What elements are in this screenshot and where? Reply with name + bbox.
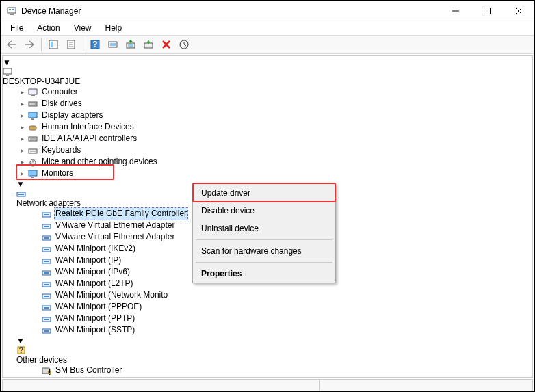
menu-action[interactable]: Action [31, 22, 65, 34]
properties-button[interactable] [63, 36, 79, 53]
content-pane: ▼ DESKTOP-U34FJUE ▸Computer ▸Disk drives… [2, 55, 533, 378]
minimize-button[interactable] [440, 1, 471, 21]
hid-icon [27, 122, 38, 133]
disable-device-button[interactable] [140, 36, 157, 53]
network-adapter-icon [41, 267, 52, 278]
display-icon [27, 110, 38, 121]
expand-icon[interactable]: ▸ [16, 377, 27, 378]
svg-rect-23 [6, 75, 9, 76]
network-adapter-icon [41, 278, 52, 289]
tree-root[interactable]: ▼ DESKTOP-U34FJUE [3, 57, 532, 86]
menu-view[interactable]: View [68, 22, 97, 34]
svg-rect-24 [29, 89, 37, 94]
disk-icon [27, 99, 38, 109]
expand-icon[interactable]: ▸ [16, 122, 27, 133]
expand-icon[interactable]: ▸ [16, 168, 27, 179]
svg-rect-1 [9, 9, 11, 10]
menu-file[interactable]: File [5, 22, 29, 34]
svg-rect-42 [44, 214, 49, 215]
back-button[interactable] [3, 36, 20, 53]
collapse-icon[interactable]: ▼ [16, 336, 25, 345]
context-menu-update-driver[interactable]: Update driver [193, 184, 335, 202]
svg-rect-30 [29, 126, 36, 130]
expand-icon[interactable]: ▸ [16, 99, 27, 109]
menu-help[interactable]: Help [100, 22, 128, 34]
update-driver-button[interactable] [122, 36, 139, 53]
svg-rect-9 [51, 42, 53, 47]
tree-item-portable-devices[interactable]: ▸Portable Devices [16, 376, 532, 377]
svg-rect-25 [31, 95, 35, 96]
help-button[interactable]: ? [87, 36, 103, 53]
tree-item-monitors[interactable]: ▸Monitors [16, 168, 532, 179]
network-adapter-icon [41, 232, 52, 243]
svg-text:!: ! [49, 367, 51, 376]
root-label: DESKTOP-U34FJUE [3, 77, 80, 86]
uninstall-device-button[interactable] [158, 36, 174, 53]
svg-text:?: ? [92, 40, 97, 49]
statusbar-pane-left [3, 380, 320, 391]
svg-rect-56 [44, 296, 49, 297]
expand-icon[interactable]: ▸ [16, 157, 27, 168]
svg-rect-60 [44, 319, 49, 320]
svg-rect-17 [110, 43, 116, 46]
mouse-icon [27, 157, 38, 168]
svg-rect-62 [44, 330, 49, 332]
collapse-icon[interactable]: ▼ [16, 179, 25, 189]
expand-icon[interactable]: ▼ [3, 57, 11, 67]
svg-rect-46 [44, 237, 49, 239]
portable-icon [27, 377, 38, 378]
expand-icon[interactable]: ▸ [16, 145, 27, 156]
expand-icon[interactable]: ▸ [16, 133, 27, 144]
scan-changes-button[interactable] [176, 36, 192, 53]
network-adapter-icon [41, 313, 52, 324]
svg-rect-50 [44, 261, 49, 262]
context-menu-scan[interactable]: Scan for hardware changes [193, 242, 335, 260]
svg-rect-37 [29, 170, 37, 176]
keyboard-icon [27, 145, 38, 156]
context-menu-uninstall-device[interactable]: Uninstall device [193, 220, 335, 237]
tree-item-ide[interactable]: ▸IDE ATA/ATAPI controllers [16, 133, 532, 144]
tree-item-mice[interactable]: ▸Mice and other pointing devices [16, 156, 532, 168]
tree-item-smbus[interactable]: !SM Bus Controller [30, 365, 532, 376]
forward-button[interactable] [21, 36, 38, 53]
network-adapter-icon [41, 302, 52, 313]
network-adapter-icon [41, 209, 52, 220]
svg-rect-19 [128, 44, 133, 47]
svg-rect-5 [484, 8, 491, 14]
tree-item-wan-sstp[interactable]: WAN Miniport (SSTP) [30, 324, 532, 336]
svg-rect-3 [10, 14, 14, 15]
tree-item-hid[interactable]: ▸Human Interface Devices [16, 121, 532, 133]
expand-icon[interactable]: ▸ [16, 110, 27, 121]
svg-rect-52 [44, 272, 49, 274]
context-menu-properties[interactable]: Properties [193, 265, 335, 283]
svg-rect-8 [49, 40, 57, 49]
tree-item-display-adapters[interactable]: ▸Display adapters [16, 109, 532, 121]
svg-rect-0 [8, 8, 16, 13]
context-menu: Update driver Disable device Uninstall d… [192, 183, 336, 283]
tree-item-computer[interactable]: ▸Computer [16, 86, 532, 98]
menubar: File Action View Help [1, 21, 534, 35]
tree-item-wan-pppoe[interactable]: WAN Miniport (PPPOE) [30, 301, 532, 313]
tree-item-wan-netmon[interactable]: WAN Miniport (Network Monito [30, 289, 532, 301]
close-button[interactable] [503, 1, 534, 21]
svg-rect-38 [31, 177, 34, 178]
network-adapter-icon [41, 290, 52, 301]
svg-point-27 [35, 103, 36, 105]
svg-rect-44 [44, 226, 49, 227]
svg-rect-22 [3, 68, 12, 74]
expand-icon[interactable]: ▸ [16, 87, 27, 98]
tree-item-disk-drives[interactable]: ▸Disk drives [16, 98, 532, 109]
context-menu-separator [196, 262, 332, 263]
network-adapter-icon [41, 220, 52, 231]
tree-item-other-devices[interactable]: ▼ ? Other devices [16, 336, 532, 365]
tree-item-wan-pptp[interactable]: WAN Miniport (PPTP) [30, 313, 532, 324]
window-title: Device Manager [21, 6, 440, 16]
show-hide-console-tree-button[interactable] [45, 36, 62, 53]
svg-rect-29 [31, 118, 34, 120]
maximize-button[interactable] [471, 1, 503, 21]
scan-hardware-button[interactable] [105, 36, 121, 53]
tree-item-keyboards[interactable]: ▸Keyboards [16, 144, 532, 156]
context-menu-disable-device[interactable]: Disable device [193, 202, 335, 220]
ide-icon [27, 133, 38, 144]
svg-rect-54 [44, 284, 49, 285]
